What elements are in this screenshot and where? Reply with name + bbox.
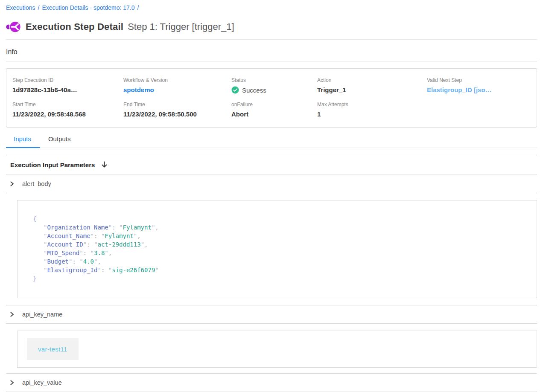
field-step-execution-id: Step Execution ID 1d97828c-13b6-40a… <box>12 77 123 94</box>
field-label: onFailure <box>231 102 317 107</box>
page-header: Execution Step Detail Step 1: Trigger [t… <box>6 20 537 34</box>
api-key-name-value-box: var-test11 <box>17 331 537 368</box>
info-row-2: Start Time 11/23/2022, 09:58:48.568 End … <box>12 102 531 118</box>
chevron-right-icon <box>9 180 15 187</box>
section-name: alert_body <box>22 180 51 187</box>
field-end-time: End Time 11/23/2022, 09:58:50.500 <box>123 102 231 118</box>
tab-outputs[interactable]: Outputs <box>40 135 79 148</box>
field-onfailure: onFailure Abort <box>231 102 317 118</box>
chevron-right-icon <box>9 379 15 386</box>
field-value: Abort <box>231 110 317 118</box>
field-value: 11/23/2022, 09:58:50.500 <box>123 110 231 118</box>
valid-next-step-link[interactable]: Elastigroup_ID [jso… <box>427 86 492 93</box>
execution-step-detail-page: Executions/Execution Details - spotdemo:… <box>0 0 543 392</box>
field-label: Start Time <box>12 102 123 107</box>
field-action: Action Trigger_1 <box>317 77 427 94</box>
check-circle-icon <box>231 86 239 94</box>
field-label: Step Execution ID <box>12 77 123 83</box>
field-label: End Time <box>123 102 231 107</box>
workflow-branch-icon <box>6 20 21 34</box>
field-status: Status Success <box>231 77 317 94</box>
field-value: 1 <box>317 110 427 118</box>
arrow-down-icon[interactable] <box>101 161 108 168</box>
api-key-name-value: var-test11 <box>27 338 79 360</box>
field-label: Status <box>231 77 317 83</box>
field-value: 11/23/2022, 09:58:48.568 <box>12 110 123 118</box>
inputs-outputs-tabs: Inputs Outputs <box>6 135 537 148</box>
page-subtitle: Step 1: Trigger [trigger_1] <box>128 21 234 32</box>
info-row-1: Step Execution ID 1d97828c-13b6-40a… Wor… <box>12 77 531 94</box>
field-label: Valid Next Step <box>427 77 531 83</box>
execution-input-parameters-header: Execution Input Parameters <box>6 155 537 174</box>
field-label: Max Attempts <box>317 102 427 107</box>
field-label: Action <box>317 77 427 83</box>
section-row-api-key-name[interactable]: api_key_name <box>6 305 537 324</box>
field-max-attempts: Max Attempts 1 <box>317 102 427 118</box>
section-name: api_key_name <box>22 311 62 318</box>
section-row-api-key-value[interactable]: api_key_value <box>6 373 537 392</box>
section-name: api_key_value <box>22 379 62 386</box>
execution-input-parameters-title: Execution Input Parameters <box>10 161 95 168</box>
section-row-alert-body[interactable]: alert_body <box>6 174 537 193</box>
header-divider <box>6 39 537 40</box>
status-text: Success <box>242 87 266 94</box>
breadcrumb: Executions/Execution Details - spotdemo:… <box>6 4 537 11</box>
breadcrumb-link-execution-details[interactable]: Execution Details - spotdemo: 17.0 <box>42 4 134 11</box>
chevron-right-icon <box>9 311 15 318</box>
tab-inputs[interactable]: Inputs <box>6 135 40 148</box>
info-divider <box>6 61 537 61</box>
breadcrumb-separator: / <box>137 4 139 11</box>
alert-body-json-box: {"Organization_Name": "Fylamynt","Accoun… <box>17 200 537 298</box>
field-workflow-version: Workflow & Version spotdemo <box>123 77 231 94</box>
field-start-time: Start Time 11/23/2022, 09:58:48.568 <box>12 102 123 118</box>
field-valid-next-step: Valid Next Step Elastigroup_ID [jso… <box>427 77 531 94</box>
breadcrumb-link-executions[interactable]: Executions <box>6 4 35 11</box>
info-section-heading: Info <box>6 48 537 56</box>
json-code: {"Organization_Name": "Fylamynt","Accoun… <box>18 200 537 298</box>
workflow-link[interactable]: spotdemo <box>123 86 154 93</box>
field-label: Workflow & Version <box>123 77 231 83</box>
info-card: Step Execution ID 1d97828c-13b6-40a… Wor… <box>6 68 537 128</box>
page-title: Execution Step Detail <box>26 21 123 32</box>
field-value: 1d97828c-13b6-40a… <box>12 86 123 93</box>
field-value: Trigger_1 <box>317 86 427 93</box>
breadcrumb-separator: / <box>38 4 39 11</box>
execution-input-parameters-panel: Execution Input Parameters alert_body {"… <box>6 155 537 392</box>
